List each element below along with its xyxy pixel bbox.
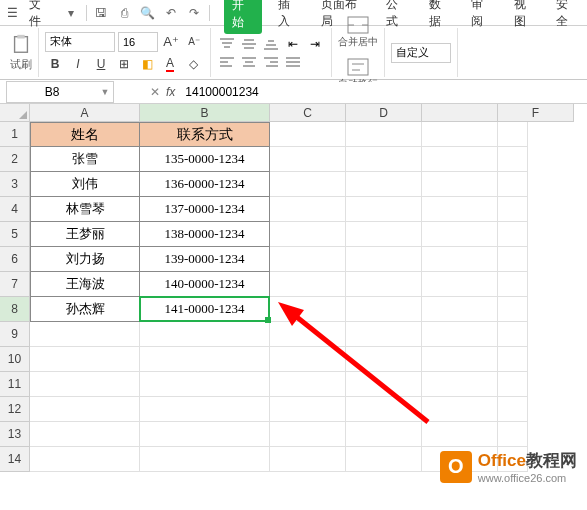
cell[interactable] <box>140 422 270 447</box>
row-header[interactable]: 11 <box>0 372 30 397</box>
cell[interactable]: 联系方式 <box>140 122 270 147</box>
row-header[interactable]: 3 <box>0 172 30 197</box>
cell[interactable] <box>498 247 528 272</box>
cell[interactable]: 林雪琴 <box>30 197 140 222</box>
cell[interactable] <box>270 272 346 297</box>
cancel-icon[interactable]: ✕ <box>150 85 160 99</box>
cell[interactable] <box>346 347 422 372</box>
cell[interactable] <box>270 397 346 422</box>
cell[interactable] <box>498 372 528 397</box>
file-menu[interactable]: 文件 <box>23 0 58 32</box>
tab-view[interactable]: 视图 <box>510 0 541 34</box>
cell[interactable]: 刘力扬 <box>30 247 140 272</box>
fill-color-button[interactable]: ◧ <box>137 54 157 74</box>
row-header[interactable]: 2 <box>0 147 30 172</box>
undo-icon[interactable]: ↶ <box>160 2 181 24</box>
row-header[interactable]: 10 <box>0 347 30 372</box>
cell[interactable] <box>498 147 528 172</box>
cell[interactable] <box>346 147 422 172</box>
cell[interactable] <box>270 222 346 247</box>
cell[interactable] <box>270 422 346 447</box>
cell[interactable] <box>270 247 346 272</box>
fx-icon[interactable]: fx <box>166 85 175 99</box>
font-size-select[interactable] <box>118 32 158 52</box>
cell[interactable] <box>422 172 498 197</box>
align-left-icon[interactable] <box>217 54 237 70</box>
cell[interactable]: 孙杰辉 <box>30 297 140 322</box>
highlight-button[interactable]: ◇ <box>183 54 203 74</box>
align-center-icon[interactable] <box>239 54 259 70</box>
border-button[interactable]: ⊞ <box>114 54 134 74</box>
cell[interactable] <box>422 222 498 247</box>
indent-decrease-icon[interactable]: ⇤ <box>283 36 303 52</box>
cell[interactable] <box>498 422 528 447</box>
col-header-b[interactable]: B <box>140 104 270 122</box>
cell[interactable] <box>346 197 422 222</box>
align-middle-icon[interactable] <box>239 36 259 52</box>
cell[interactable] <box>140 372 270 397</box>
justify-icon[interactable] <box>283 54 303 70</box>
cell[interactable] <box>270 122 346 147</box>
cell[interactable] <box>498 222 528 247</box>
cell[interactable] <box>498 322 528 347</box>
cell[interactable] <box>422 147 498 172</box>
cell[interactable]: 张雪 <box>30 147 140 172</box>
row-header[interactable]: 6 <box>0 247 30 272</box>
cell[interactable] <box>498 347 528 372</box>
cell[interactable] <box>140 347 270 372</box>
col-header-a[interactable]: A <box>30 104 140 122</box>
cell[interactable]: 姓名 <box>30 122 140 147</box>
align-right-icon[interactable] <box>261 54 281 70</box>
col-header-f[interactable]: F <box>498 104 574 122</box>
cell[interactable] <box>270 322 346 347</box>
cell[interactable] <box>30 447 140 472</box>
cell[interactable] <box>270 347 346 372</box>
name-box[interactable] <box>7 82 97 102</box>
cell[interactable] <box>346 172 422 197</box>
redo-icon[interactable]: ↷ <box>184 2 205 24</box>
cell[interactable] <box>346 222 422 247</box>
cell[interactable] <box>346 297 422 322</box>
cell[interactable] <box>498 397 528 422</box>
cell[interactable] <box>270 147 346 172</box>
tab-security[interactable]: 安全 <box>552 0 583 34</box>
cell[interactable] <box>30 372 140 397</box>
col-header-d[interactable]: D <box>346 104 422 122</box>
cell[interactable] <box>346 247 422 272</box>
cell[interactable] <box>498 122 528 147</box>
merge-center-button[interactable]: 合并居中 <box>338 15 378 49</box>
cell[interactable]: 137-0000-1234 <box>140 197 270 222</box>
row-header[interactable]: 1 <box>0 122 30 147</box>
preview-icon[interactable]: 🔍 <box>137 2 158 24</box>
decrease-font-icon[interactable]: A⁻ <box>184 32 204 52</box>
increase-font-icon[interactable]: A⁺ <box>161 32 181 52</box>
cell[interactable]: 140-0000-1234 <box>140 272 270 297</box>
italic-button[interactable]: I <box>68 54 88 74</box>
print-icon[interactable]: ⎙ <box>114 2 135 24</box>
cell[interactable] <box>270 297 346 322</box>
font-color-button[interactable]: A <box>160 54 180 74</box>
cell[interactable] <box>30 397 140 422</box>
select-all-corner[interactable] <box>0 104 30 122</box>
cell[interactable] <box>270 197 346 222</box>
cell[interactable] <box>346 447 422 472</box>
chevron-down-icon[interactable]: ▾ <box>61 2 82 24</box>
cell[interactable] <box>346 422 422 447</box>
number-format-select[interactable] <box>391 43 451 63</box>
row-header[interactable]: 12 <box>0 397 30 422</box>
cell[interactable] <box>422 297 498 322</box>
formula-input[interactable] <box>181 82 587 102</box>
align-top-icon[interactable] <box>217 36 237 52</box>
cell[interactable] <box>346 372 422 397</box>
cell[interactable] <box>346 322 422 347</box>
cell[interactable] <box>30 322 140 347</box>
row-header[interactable]: 5 <box>0 222 30 247</box>
cell[interactable] <box>140 322 270 347</box>
tab-review[interactable]: 审阅 <box>467 0 498 34</box>
row-header[interactable]: 13 <box>0 422 30 447</box>
cell[interactable] <box>270 172 346 197</box>
cell[interactable] <box>140 447 270 472</box>
cell[interactable] <box>422 347 498 372</box>
row-header[interactable]: 7 <box>0 272 30 297</box>
paste-icon[interactable] <box>10 33 32 55</box>
